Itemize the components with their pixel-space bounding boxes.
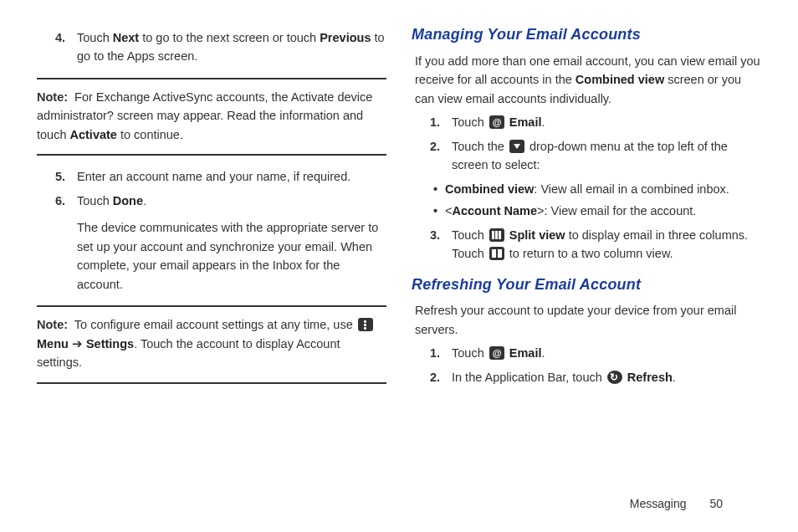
refresh-step-1: 1. Touch Email. <box>430 344 761 362</box>
heading-refreshing: Refreshing Your Email Account <box>412 274 761 297</box>
text: to return to a two column view. <box>506 247 673 260</box>
text: . <box>143 194 146 207</box>
two-column-icon <box>489 247 504 260</box>
refresh-step-2: 2. In the Application Bar, touch Refresh… <box>430 368 761 386</box>
step-body: Touch Email. <box>452 113 761 131</box>
text: >: View email for the account. <box>537 204 696 217</box>
left-column: 4. Touch Next to go to the next screen o… <box>37 23 386 396</box>
text: . <box>673 371 676 384</box>
page-content: 4. Touch Next to go to the next screen o… <box>0 0 798 396</box>
step-number: 2. <box>430 137 452 175</box>
note-settings: Note: To configure email account setting… <box>37 305 386 383</box>
dropdown-icon <box>509 140 524 153</box>
arrow: ➔ <box>69 337 86 350</box>
step-body: In the Application Bar, touch Refresh. <box>452 368 761 386</box>
bold-account-name: Account Name <box>452 204 537 217</box>
footer-section: Messaging <box>630 497 687 510</box>
bold-next: Next <box>113 31 139 44</box>
step-body: Touch Next to go to the next screen or t… <box>77 28 386 66</box>
bold-split-view: Split view <box>509 228 565 242</box>
page-footer: Messaging 50 <box>630 497 723 510</box>
text: : View all email in a combined inbox. <box>534 182 729 196</box>
bold-combined: Combined view <box>445 182 534 196</box>
step-body: Enter an account name and your name, if … <box>77 167 386 186</box>
text: Touch <box>452 346 488 360</box>
text: . <box>541 346 545 360</box>
bullet-dot: • <box>433 202 445 220</box>
text: . <box>541 115 545 129</box>
bold-menu: Menu <box>37 337 69 350</box>
bullet-combined: • Combined view: View all email in a com… <box>433 180 761 198</box>
step-6-para: The device communicates with the appropr… <box>77 218 386 294</box>
right-column: Managing Your Email Accounts If you add … <box>412 23 761 396</box>
step-body: Touch Split view to display email in thr… <box>452 226 761 263</box>
note-text: To configure email account settings at a… <box>71 318 356 331</box>
step-5: 5. Enter an account name and your name, … <box>55 167 386 186</box>
step-6: 6. Touch Done. The device communicates w… <box>55 192 386 294</box>
text: Touch <box>77 194 113 207</box>
step-4: 4. Touch Next to go to the next screen o… <box>55 28 386 66</box>
bullet-list: • Combined view: View all email in a com… <box>433 180 761 221</box>
bullet-dot: • <box>433 180 445 198</box>
bold-email: Email <box>509 346 542 360</box>
step-number: 2. <box>430 368 452 386</box>
manage-step-3: 3. Touch Split view to display email in … <box>430 226 761 263</box>
manage-step-2: 2. Touch the drop-down menu at the top l… <box>430 137 761 175</box>
step-body: Touch the drop-down menu at the top left… <box>452 137 761 175</box>
note-label: Note: <box>37 318 68 331</box>
email-icon <box>489 346 504 360</box>
text: Touch <box>452 115 488 129</box>
bold-refresh: Refresh <box>627 371 673 384</box>
email-icon <box>489 115 504 129</box>
intro-paragraph: If you add more than one email account, … <box>415 52 761 108</box>
step-number: 3. <box>430 226 452 263</box>
step-number: 4. <box>55 28 77 66</box>
text: Touch <box>452 228 488 242</box>
bold-previous: Previous <box>320 31 371 44</box>
bold-email: Email <box>509 115 542 129</box>
footer-page-number: 50 <box>709 497 723 510</box>
step-number: 5. <box>55 167 77 186</box>
text: Touch <box>77 31 113 44</box>
manage-step-1: 1. Touch Email. <box>430 113 761 131</box>
step-number: 1. <box>430 344 452 362</box>
bold-settings: Settings <box>86 337 134 350</box>
bold-combined-view: Combined view <box>575 73 664 86</box>
step-body: Touch Email. <box>452 344 761 362</box>
bold-done: Done <box>113 194 143 207</box>
text: to go to the next screen or touch <box>139 31 320 44</box>
step-number: 1. <box>430 113 452 131</box>
note-activesync: Note: For Exchange ActiveSync accounts, … <box>37 78 386 156</box>
bold-activate: Activate <box>70 128 117 141</box>
step-body: Touch Done. The device communicates with… <box>77 192 386 294</box>
step-number: 6. <box>55 192 77 294</box>
note-label: Note: <box>37 90 68 104</box>
menu-icon <box>358 318 373 331</box>
refresh-intro: Refresh your account to update your devi… <box>415 301 761 339</box>
split-view-icon <box>489 228 504 242</box>
note-text: to continue. <box>117 128 183 141</box>
text: In the Application Bar, touch <box>452 371 606 384</box>
bullet-account: • <Account Name>: View email for the acc… <box>433 202 761 220</box>
heading-managing: Managing Your Email Accounts <box>412 23 761 47</box>
text: Touch the <box>452 140 508 153</box>
refresh-icon <box>607 371 622 384</box>
